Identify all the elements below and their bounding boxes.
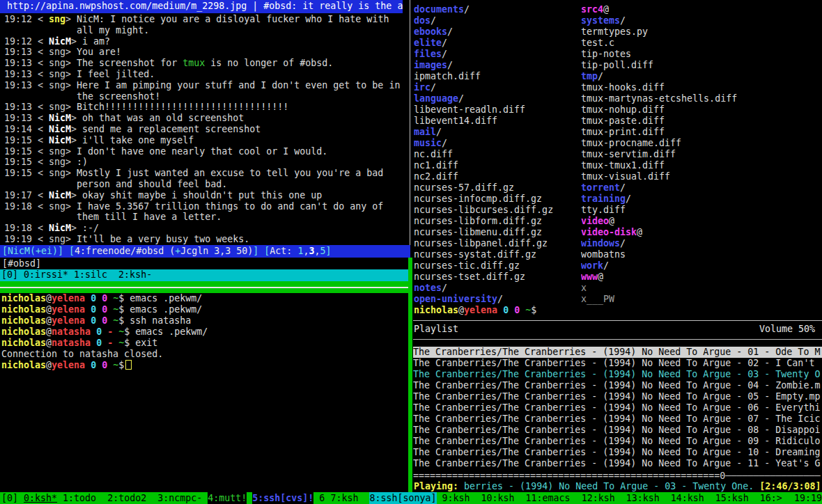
file-name: ebooks [414,26,447,37]
cmus-player-pane[interactable]: Playlist Volume 50% The Cranberries/The … [413,320,822,492]
text-segment: Playing: [414,481,464,491]
text-segment: yelena [52,304,85,315]
text-segment: 0 [503,305,509,315]
text-segment: okay shit maybe i shouldn't put this one… [82,190,322,200]
file-item: tmux-visual.diff [581,171,822,182]
playlist-row[interactable]: The Cranberries/The Cranberries - (1994)… [413,425,822,436]
irc-chat-pane[interactable]: 19:12 < sng> NicM: I notice you are a di… [4,14,407,245]
file-name: documents [414,4,464,15]
file-name: tmux-servtim.diff [581,149,676,159]
text-segment: 0 [91,293,96,304]
shell-pane-right-prompt[interactable]: nicholas@yelena 0 0 ~$ [414,305,818,316]
shell-pane-left[interactable]: nicholas@yelena 0 0 ~$ emacs .pekwm/nich… [1,293,407,371]
playlist-row[interactable]: The Cranberries/The Cranberries - (1994)… [413,347,822,358]
tmux-window-segment[interactable]: 9:ksh 10:ksh 11:emacs 12:ksh 13:ksh 14:k… [437,492,788,504]
chat-line: 19:12 < NicM> i am? [4,36,407,47]
text-segment: 19:13 < sng> [4,69,77,79]
playlist-row[interactable]: The Cranberries/The Cranberries - (1994)… [413,391,822,402]
text-segment: emacs .pekwm/ [130,293,202,304]
text-segment: NicM [49,190,71,200]
playlist-title: Playlist [414,324,458,335]
now-playing-status: Playing: berries - (1994) No Need To Arg… [414,481,822,492]
inner-tmux-status-bar[interactable]: [0] 0:irssi* 1:silc 2:ksh- [0,269,408,281]
chat-line: them till I have a letter. [4,212,407,223]
playlist-row[interactable]: The Cranberries/The Cranberries - (1994)… [413,369,822,380]
tmux-window-segment[interactable]: 4:mutt! [208,492,247,504]
text-segment: NicM [49,36,71,47]
chat-line: 19:13 < sng> You are! [4,47,407,58]
text-segment: I don't have one nearly that cool or I w… [77,146,327,157]
playlist-row[interactable]: The Cranberries/The Cranberries - (1994)… [413,380,822,391]
file-name: images [414,60,447,70]
text-segment: @ [46,338,52,348]
file-item: tmux-martynas-etcshells.diff [581,93,822,104]
text-segment: oh that was an old screenshot [82,113,244,123]
pane-divider-horizontal[interactable] [0,288,408,293]
tmux-window-segment[interactable]: 6 7:ksh [313,492,369,504]
playlist-row[interactable]: The Cranberries/The Cranberries - (1994)… [413,402,822,414]
tmux-window-segment[interactable]: 8:ssh[sonya] [369,492,436,504]
file-name: ncurses-infocmp.diff.gz [414,194,542,204]
chat-line: 19:13 < sng> I feel jilted. [4,69,407,80]
text-segment: [ [69,246,75,256]
player-progress-bar[interactable]: ========================================… [413,471,822,482]
text-segment: @ [46,304,52,315]
playlist-row[interactable]: The Cranberries/The Cranberries - (1994)… [413,414,822,425]
player-header: Playlist Volume 50% [414,324,818,335]
tmux-window-segment[interactable]: 5:ssh[cvs]! [252,492,313,504]
playlist-row[interactable]: The Cranberries/The Cranberries - (1994)… [413,358,822,369]
tmux-window-segment[interactable]: [0] [1,492,24,504]
tmux-window-segment[interactable]: 1:todo 2:todo2 3:ncmpc- [57,492,208,504]
text-segment: yelena [52,360,85,370]
chat-line: person and should feel bad. [4,179,407,190]
file-name: tty.diff [581,205,626,215]
text-segment [85,293,91,304]
text-segment: - [107,326,113,337]
tmux-window-segment[interactable] [247,492,252,504]
tmux-status-bar[interactable]: [0] 0:ksh* 1:todo 2:todo2 3:ncmpc- 4:mut… [0,492,822,504]
file-name: termtypes.py [581,26,648,37]
file-name: ipmatch.diff [414,71,481,81]
text-segment: 19:15 < sng> [4,157,77,167]
text-segment: @ [458,305,464,315]
pane-border-vertical[interactable] [410,0,410,245]
file-item: tmux-nohup.diff [581,104,822,116]
file-name: tmux-hooks.diff [581,82,665,93]
file-item: x___PW [581,294,822,305]
file-name: nc1.diff [414,160,458,171]
playlist-row[interactable]: The Cranberries/The Cranberries - (1994)… [413,447,822,458]
text-segment: 0 [91,360,96,370]
file-item: systems/ [581,15,822,26]
file-name: windows [581,238,620,249]
text-segment: $ [124,326,135,337]
text-segment [96,315,102,326]
text-segment: emacs .pekwm/ [135,326,208,337]
file-name: libevent14.diff [414,116,497,126]
chat-line: 19:13 < NicM> oh that was an old screens… [4,113,407,124]
pane-divider-horizontal[interactable] [0,281,408,287]
text-segment [91,326,96,337]
playlist-row[interactable]: The Cranberries/The Cranberries - (1994)… [413,436,822,447]
text-segment: $ [124,338,135,348]
file-name: mail [414,127,436,137]
tmux-window-segment[interactable]: 0:ksh* [24,492,57,504]
file-name: ncurses-tic.diff.gz [414,260,520,271]
text-segment: nicholas [1,293,46,304]
text-segment: 19:18 < [4,223,49,233]
file-name: irc [414,82,431,93]
text-segment: 19:13 < sng> [4,58,77,68]
irssi-input-line[interactable]: [#obsd] [2,258,41,269]
pane-border-vertical-active[interactable] [408,258,412,492]
text-segment: 19:12 < [4,14,49,24]
playlist-row[interactable]: The Cranberries/The Cranberries - (1994)… [413,458,822,469]
file-item: mail/ [414,127,580,138]
chat-line: all my might. [4,25,407,36]
file-item: tty.diff [581,205,822,216]
file-name: work [581,260,603,271]
file-name: ncurses-libform.diff.gz [414,216,542,226]
file-item: tmux-print.diff [581,127,822,138]
file-name: wombatns [581,249,626,260]
irssi-statusbar: [NicM(+ei)] [4:freenode/#obsd (+Jcgln 3,… [0,245,410,258]
text-segment [107,360,113,370]
file-name: x___PW [581,294,614,304]
